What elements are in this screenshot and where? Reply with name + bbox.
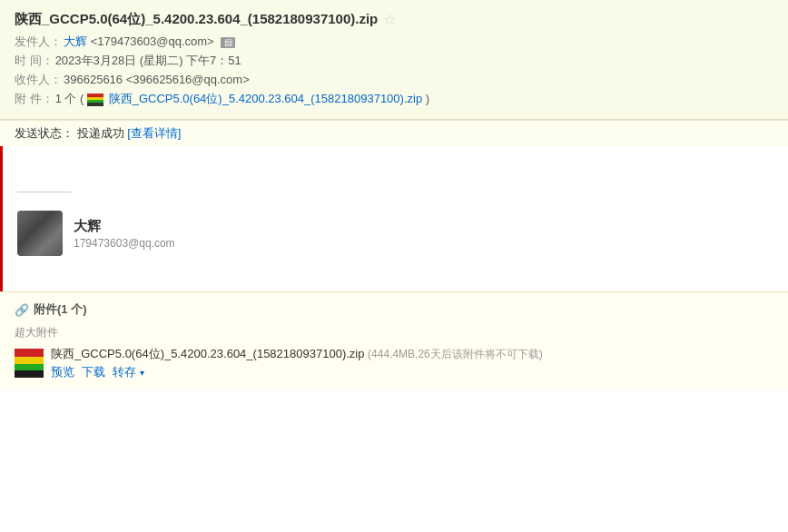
zip-file-icon xyxy=(15,349,44,378)
contact-card-icon[interactable]: ▤ xyxy=(221,37,235,48)
to-row: 收件人： 396625616 <396625616@qq.com> xyxy=(15,72,773,88)
svg-rect-6 xyxy=(15,364,44,370)
sender-display-name: 大辉 xyxy=(74,218,175,235)
zip-inline-icon xyxy=(87,94,103,106)
svg-rect-1 xyxy=(87,97,103,100)
download-link[interactable]: 下载 xyxy=(82,364,105,380)
svg-rect-7 xyxy=(15,370,44,378)
email-body: 大辉 179473603@qq.com xyxy=(0,146,788,291)
sender-info: 大辉 179473603@qq.com xyxy=(74,218,175,250)
status-text: 投递成功 xyxy=(77,126,124,140)
preview-link[interactable]: 预览 xyxy=(51,364,74,380)
from-value: 大辉 <179473603@qq.com> ▤ xyxy=(64,34,235,50)
from-email: <179473603@qq.com> xyxy=(91,34,214,48)
paperclip-icon: 🔗 xyxy=(15,303,29,317)
time-row: 时 间： 2023年3月28日 (星期二) 下午7：51 xyxy=(15,53,773,69)
status-detail-link[interactable]: [查看详情] xyxy=(127,126,181,140)
svg-rect-0 xyxy=(87,94,103,97)
attachment-count: 1 个 ( 陕西_GCCP5.0(64位)_5.4200.23.604_(158… xyxy=(55,91,429,107)
attachment-meta: (444.4MB,26天后该附件将不可下载) xyxy=(368,348,543,360)
subject-row: 陕西_GCCP5.0(64位)_5.4200.23.604_(158218093… xyxy=(15,11,773,28)
from-row: 发件人： 大辉 <179473603@qq.com> ▤ xyxy=(15,34,773,50)
attachment-filename: 陕西_GCCP5.0(64位)_5.4200.23.604_(158218093… xyxy=(51,347,364,360)
svg-rect-2 xyxy=(87,100,103,103)
from-label: 发件人： xyxy=(15,34,62,50)
time-value: 2023年3月28日 (星期二) 下午7：51 xyxy=(55,53,241,69)
header-attachment-link[interactable]: 陕西_GCCP5.0(64位)_5.4200.23.604_(158218093… xyxy=(109,92,422,105)
save-label: 转存 xyxy=(113,365,136,379)
email-container: 陕西_GCCP5.0(64位)_5.4200.23.604_(158218093… xyxy=(0,0,788,532)
super-attachment-label: 超大附件 xyxy=(15,325,773,340)
attachment-actions: 预览 下载 转存 ▾ xyxy=(51,364,543,380)
sender-card: 大辉 179473603@qq.com xyxy=(17,211,773,256)
zip-icon-svg xyxy=(15,349,44,378)
svg-rect-5 xyxy=(15,357,44,364)
to-value: 396625616 <396625616@qq.com> xyxy=(64,73,250,86)
svg-rect-4 xyxy=(15,349,44,357)
attachment-label: 附 件： xyxy=(15,91,54,107)
star-icon[interactable]: ☆ xyxy=(383,11,396,28)
divider xyxy=(17,192,72,192)
save-link[interactable]: 转存 ▾ xyxy=(113,364,144,380)
attachment-item: 陕西_GCCP5.0(64位)_5.4200.23.604_(158218093… xyxy=(15,346,773,380)
email-header: 陕西_GCCP5.0(64位)_5.4200.23.604_(158218093… xyxy=(0,0,788,120)
status-bar: 发送状态： 投递成功 [查看详情] xyxy=(0,120,788,146)
attachment-section-title: 附件(1 个) xyxy=(34,301,87,318)
email-subject: 陕西_GCCP5.0(64位)_5.4200.23.604_(158218093… xyxy=(15,11,378,28)
sender-name-link[interactable]: 大辉 xyxy=(64,34,87,48)
sender-email-address: 179473603@qq.com xyxy=(74,237,175,250)
save-dropdown-arrow: ▾ xyxy=(140,368,144,378)
sender-avatar xyxy=(17,211,63,256)
attachment-filename-row: 陕西_GCCP5.0(64位)_5.4200.23.604_(158218093… xyxy=(51,346,543,362)
attachment-section: 🔗 附件(1 个) 超大附件 陕西_GCCP5.0(64位)_5.4200.23… xyxy=(0,291,788,389)
time-label: 时 间： xyxy=(15,53,54,69)
to-label: 收件人： xyxy=(15,72,62,88)
attachment-info: 陕西_GCCP5.0(64位)_5.4200.23.604_(158218093… xyxy=(51,346,543,380)
attachment-section-header: 🔗 附件(1 个) xyxy=(15,301,773,318)
svg-rect-3 xyxy=(87,103,103,106)
avatar-image xyxy=(17,211,63,256)
attachment-row: 附 件： 1 个 ( 陕西_GCCP5.0(64位)_5.4200.23.604… xyxy=(15,91,773,107)
status-label: 发送状态： xyxy=(15,126,74,140)
